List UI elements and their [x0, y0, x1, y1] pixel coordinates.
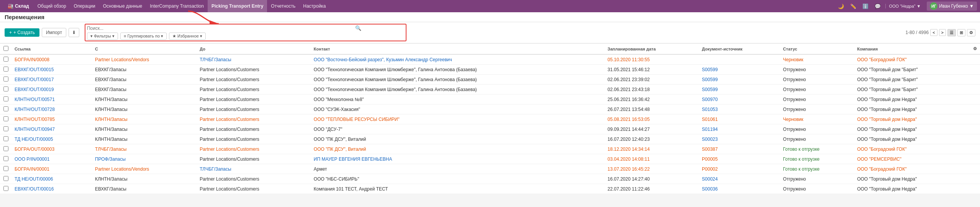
- row-checkbox-cell[interactable]: [0, 54, 11, 65]
- row-company[interactable]: ООО "Торговый дом Недра": [854, 184, 970, 194]
- row-from[interactable]: Partner Locations/Vendors: [92, 164, 197, 174]
- row-from[interactable]: Partner Locations/Vendors: [92, 54, 197, 65]
- row-source[interactable]: S00024: [699, 174, 780, 184]
- row-checkbox-cell[interactable]: [0, 124, 11, 134]
- row-source[interactable]: P00002: [699, 164, 780, 174]
- grid-view-button[interactable]: ⊞: [957, 29, 965, 36]
- row-to[interactable]: Partner Locations/Customers: [197, 95, 311, 104]
- row-ref[interactable]: КЛНТН/OUT/00571: [11, 95, 92, 104]
- row-contact[interactable]: ООО "Технологическая Компания Шлюмберже"…: [311, 65, 605, 75]
- col-date[interactable]: Запланированная дата: [605, 44, 699, 54]
- row-checkbox-cell[interactable]: [0, 75, 11, 85]
- row-from[interactable]: КЛНТН/Запасы: [92, 104, 197, 114]
- row-source[interactable]: [699, 54, 780, 65]
- row-checkbox[interactable]: [3, 106, 8, 111]
- row-to[interactable]: Partner Locations/Customers: [197, 184, 311, 194]
- col-from[interactable]: С: [92, 44, 197, 54]
- col-contact[interactable]: Контакт: [311, 44, 605, 54]
- row-source[interactable]: S01061: [699, 114, 780, 124]
- row-company[interactable]: ООО "Торговый дом Недра": [854, 104, 970, 114]
- row-source[interactable]: S00599: [699, 85, 780, 95]
- chat-icon[interactable]: 💬: [873, 3, 882, 10]
- row-checkbox-cell[interactable]: [0, 144, 11, 154]
- row-source[interactable]: S00036: [699, 184, 780, 194]
- col-status[interactable]: Статус: [780, 44, 854, 54]
- row-company[interactable]: ООО "Торговый дом Недра": [854, 134, 970, 144]
- row-checkbox[interactable]: [3, 86, 8, 91]
- row-checkbox-cell[interactable]: [0, 85, 11, 95]
- row-checkbox[interactable]: [3, 186, 8, 191]
- row-checkbox[interactable]: [3, 146, 8, 151]
- row-ref[interactable]: БОГРА/IN/00001: [11, 164, 92, 174]
- group-by-button[interactable]: ≡ Группировать по ▾: [120, 33, 167, 40]
- row-ref[interactable]: БОГРА/OUT/00003: [11, 144, 92, 154]
- row-checkbox-cell[interactable]: [0, 134, 11, 144]
- nav-item-отчетность[interactable]: Отчетность: [267, 0, 299, 12]
- row-to[interactable]: Partner Locations/Customers: [197, 114, 311, 124]
- row-source[interactable]: P00005: [699, 154, 780, 164]
- filters-button[interactable]: ▾ Фильтры ▾: [87, 33, 118, 40]
- row-company[interactable]: ООО "Боградский ГОК": [854, 164, 970, 174]
- row-contact[interactable]: ООО "ТЕПЛОВЫЕ РЕСУРСЫ СИБИРИ": [311, 114, 605, 124]
- row-ref[interactable]: КЛНТН/OUT/00728: [11, 104, 92, 114]
- user-menu[interactable]: ИГ Иван Губенко ▼: [927, 2, 977, 11]
- row-ref[interactable]: ООО Р/IN/00001: [11, 154, 92, 164]
- row-contact[interactable]: ООО "НБС-СИБИРЬ": [311, 174, 605, 184]
- search-icon[interactable]: 🔍: [355, 25, 361, 31]
- row-company[interactable]: ООО "Торговый дом Недра": [854, 124, 970, 134]
- row-checkbox-cell[interactable]: [0, 65, 11, 75]
- row-checkbox[interactable]: [3, 116, 8, 121]
- favorites-button[interactable]: ★ Избранное ▾: [169, 33, 206, 40]
- row-from[interactable]: КЛНТН/Запасы: [92, 174, 197, 184]
- row-contact[interactable]: ООО "Мехколонна №8": [311, 95, 605, 104]
- row-contact[interactable]: ООО "СУЭК-Хакасия": [311, 104, 605, 114]
- row-company[interactable]: ООО "Торговый дом "Барит": [854, 85, 970, 95]
- row-to[interactable]: Partner Locations/Customers: [197, 65, 311, 75]
- pagination-prev[interactable]: <: [930, 29, 937, 36]
- col-ref[interactable]: Ссылка: [11, 44, 92, 54]
- row-contact[interactable]: ООО "Технологическая Компания Шлюмберже"…: [311, 85, 605, 95]
- row-to[interactable]: ТЛЧБГ/Запасы: [197, 54, 311, 65]
- row-checkbox[interactable]: [3, 57, 8, 62]
- col-settings[interactable]: ⚙: [970, 44, 980, 54]
- row-from[interactable]: ЕВХКГ/Запасы: [92, 184, 197, 194]
- pagination-next[interactable]: >: [939, 29, 946, 36]
- row-ref[interactable]: ТД НЕ/OUT/00006: [11, 174, 92, 184]
- row-ref[interactable]: ЕВХКГ/OUT/00019: [11, 85, 92, 95]
- row-from[interactable]: КЛНТН/Запасы: [92, 95, 197, 104]
- row-from[interactable]: КЛНТН/Запасы: [92, 134, 197, 144]
- list-view-button[interactable]: ☰: [947, 29, 956, 36]
- row-checkbox-cell[interactable]: [0, 114, 11, 124]
- row-checkbox-cell[interactable]: [0, 104, 11, 114]
- row-ref[interactable]: ЕВХКГ/OUT/00015: [11, 65, 92, 75]
- create-button[interactable]: + + Создать: [5, 28, 39, 37]
- row-ref[interactable]: КЛНТН/OUT/00947: [11, 124, 92, 134]
- row-to[interactable]: Partner Locations/Customers: [197, 134, 311, 144]
- row-to[interactable]: Partner Locations/Customers: [197, 174, 311, 184]
- nav-brand[interactable]: 🏭 Склад: [3, 3, 34, 9]
- row-to[interactable]: Partner Locations/Customers: [197, 85, 311, 95]
- row-ref[interactable]: ЕВХКГ/OUT/00017: [11, 75, 92, 85]
- row-source[interactable]: S01053: [699, 104, 780, 114]
- row-source[interactable]: S00387: [699, 144, 780, 154]
- col-company[interactable]: Компания: [854, 44, 970, 54]
- row-to[interactable]: ТЛЧБГ/Запасы: [197, 164, 311, 174]
- row-checkbox[interactable]: [3, 136, 8, 141]
- row-contact[interactable]: ООО "ПК ДСУ", Виталий: [311, 144, 605, 154]
- row-from[interactable]: ЕВХКГ/Запасы: [92, 75, 197, 85]
- row-source[interactable]: S00599: [699, 75, 780, 85]
- row-company[interactable]: ООО "РЕМСЕРВИС": [854, 154, 970, 164]
- row-to[interactable]: Partner Locations/Customers: [197, 154, 311, 164]
- row-ref[interactable]: КЛНТН/OUT/00785: [11, 114, 92, 124]
- row-checkbox[interactable]: [3, 156, 8, 161]
- row-ref[interactable]: БОГРА/IN/00008: [11, 54, 92, 65]
- row-to[interactable]: Partner Locations/Customers: [197, 104, 311, 114]
- row-contact[interactable]: ООО "ПК ДСУ", Виталий: [311, 134, 605, 144]
- nav-item-настройка[interactable]: Настройка: [299, 0, 329, 12]
- row-contact[interactable]: Армет: [311, 164, 605, 174]
- row-from[interactable]: КЛНТН/Запасы: [92, 114, 197, 124]
- row-source[interactable]: S00599: [699, 65, 780, 75]
- row-checkbox[interactable]: [3, 96, 8, 101]
- row-contact[interactable]: ООО "Восточно-Бейский разрез", Кузьмин А…: [311, 54, 605, 65]
- row-checkbox-cell[interactable]: [0, 184, 11, 194]
